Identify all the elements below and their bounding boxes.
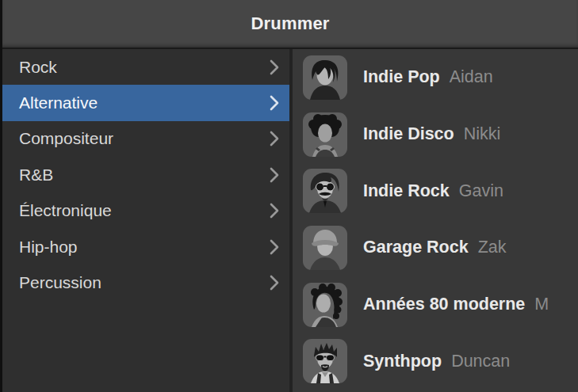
drummer-row-synthpop[interactable]: SynthpopDuncan [293,333,578,390]
avatar-synthpop-icon [303,339,347,383]
drummer-style-label: Indie Disco [363,124,454,143]
chevron-right-icon [270,167,279,183]
chevron-right-icon [270,131,279,147]
sidebar-item-rock[interactable]: Rock [2,49,289,85]
avatar-indie-pop-icon [303,55,347,100]
sidebar-item-percussion[interactable]: Percussion [2,265,289,300]
drummer-row-garage-rock[interactable]: Garage RockZak [293,219,578,276]
drummer-name-label: Duncan [451,352,510,371]
avatar-annees-80-moderne-icon [303,283,347,327]
sidebar-item-electronique[interactable]: Électronique [2,193,289,229]
drummer-style-label: Années 80 moderne [363,295,525,314]
chevron-right-icon [270,95,279,111]
drummer-row-indie-disco[interactable]: Indie DiscoNikki [293,106,578,163]
drummer-name-label: Aidan [450,67,493,86]
drummer-name-label: Zak [478,238,507,257]
drummer-popover: Drummer Rock Alternative Compositeur [0,0,578,392]
drummer-row-text: Indie DiscoNikki [363,124,500,144]
drummer-row-indie-rock[interactable]: Indie RockGavin [293,162,578,219]
drummer-style-label: Indie Rock [363,181,450,200]
chevron-right-icon [270,59,279,75]
sidebar-item-label: Hip-hop [19,238,270,257]
sidebar-item-label: Percussion [19,273,270,292]
drummer-style-label: Garage Rock [363,238,469,257]
popover-content: Rock Alternative Compositeur R&B [2,49,578,392]
drummer-row-text: SynthpopDuncan [363,352,510,371]
avatar-garage-rock-icon [303,226,347,270]
drummer-row-annees-80-moderne[interactable]: Années 80 moderneM [293,276,578,333]
drummer-style-label: Indie Pop [363,67,440,86]
sidebar-item-alternative[interactable]: Alternative [2,85,289,120]
chevron-right-icon [270,239,279,255]
sidebar-item-label: Électronique [19,201,270,220]
drummer-row-text: Garage RockZak [363,238,507,257]
drummer-row-text: Années 80 moderneM [363,295,549,314]
sidebar-item-label: Alternative [19,93,270,112]
sidebar-item-label: Compositeur [19,129,270,148]
drummer-name-label: M [534,295,549,314]
sidebar-item-compositeur[interactable]: Compositeur [2,121,289,157]
drummer-name-label: Gavin [459,181,503,200]
sidebar-item-label: Rock [19,58,270,77]
chevron-right-icon [270,275,279,291]
sidebar-item-hiphop[interactable]: Hip-hop [2,229,289,265]
sidebar-item-rnb[interactable]: R&B [2,157,289,192]
drummer-row-indie-pop[interactable]: Indie PopAidan [293,49,578,106]
drummer-row-text: Indie RockGavin [363,181,503,201]
avatar-indie-disco-icon [303,112,347,157]
drummer-style-label: Synthpop [363,352,442,371]
drummer-name-label: Nikki [464,124,501,143]
page-title: Drummer [251,13,329,34]
avatar-indie-rock-icon [303,169,347,213]
chevron-right-icon [270,203,279,219]
sidebar-item-label: R&B [19,166,270,185]
drummer-row-text: Indie PopAidan [363,67,493,87]
popover-header: Drummer [2,0,578,49]
drummer-list: Indie PopAidan Indie DiscoNikki [293,49,578,392]
genre-sidebar: Rock Alternative Compositeur R&B [2,49,293,392]
